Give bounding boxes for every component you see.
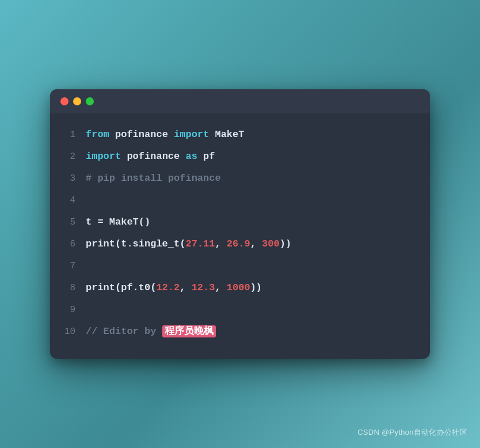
dot-yellow xyxy=(73,97,81,105)
line-num-9: 9 xyxy=(59,299,75,321)
code-line-9: 9 xyxy=(59,299,416,321)
code-line-3: 3 # pip install pofinance xyxy=(59,168,416,189)
line-num-7: 7 xyxy=(59,255,75,277)
line-num-10: 10 xyxy=(59,321,75,343)
code-line-4: 4 xyxy=(59,189,416,211)
code-text-3: # pip install pofinance xyxy=(86,168,221,189)
code-window: 1 from pofinance import MakeT 2 import p… xyxy=(50,89,430,359)
code-line-8: 8 print(pf.t0(12.2, 12.3, 1000)) xyxy=(59,277,416,299)
code-text-1: from pofinance import MakeT xyxy=(86,124,244,146)
code-text-2: import pofinance as pf xyxy=(86,146,215,168)
title-bar xyxy=(50,89,430,113)
code-line-7: 7 xyxy=(59,255,416,277)
line-num-2: 2 xyxy=(59,146,75,168)
watermark: CSDN @Python自动化办公社区 xyxy=(357,427,467,438)
code-text-6: print(t.single_t(27.11, 26.9, 300)) xyxy=(86,233,291,255)
line-num-4: 4 xyxy=(59,189,75,211)
line-num-8: 8 xyxy=(59,277,75,299)
code-text-8: print(pf.t0(12.2, 12.3, 1000)) xyxy=(86,277,262,299)
highlight-tag: 程序员晚枫 xyxy=(162,325,216,337)
code-text-10: // Editor by 程序员晚枫 xyxy=(86,321,216,343)
dot-red xyxy=(60,97,68,105)
code-text-5: t = MakeT() xyxy=(86,211,150,233)
dot-green xyxy=(86,97,94,105)
line-num-5: 5 xyxy=(59,211,75,233)
code-line-1: 1 from pofinance import MakeT xyxy=(59,124,416,146)
line-num-3: 3 xyxy=(59,168,75,189)
code-line-2: 2 import pofinance as pf xyxy=(59,146,416,168)
code-body: 1 from pofinance import MakeT 2 import p… xyxy=(50,113,430,359)
line-num-1: 1 xyxy=(59,124,75,146)
line-num-6: 6 xyxy=(59,233,75,255)
code-line-10: 10 // Editor by 程序员晚枫 xyxy=(59,321,416,343)
code-line-5: 5 t = MakeT() xyxy=(59,211,416,233)
code-line-6: 6 print(t.single_t(27.11, 26.9, 300)) xyxy=(59,233,416,255)
